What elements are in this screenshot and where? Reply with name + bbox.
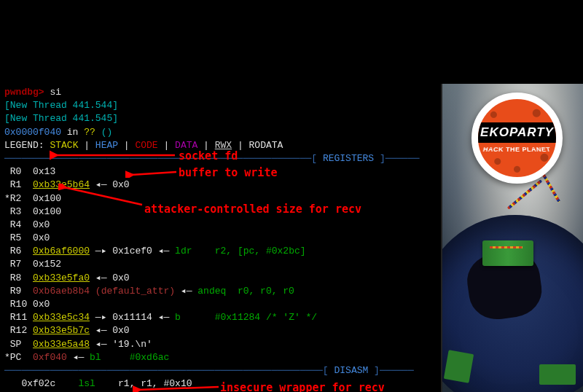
annotation-buffer: buffer to write: [179, 165, 277, 181]
annotation-socket-fd: socket fd: [179, 149, 238, 164]
logo-title: EKOPARTY: [474, 122, 560, 143]
arrow-icon: [50, 150, 177, 160]
command-input[interactable]: si: [50, 87, 61, 98]
arrow-icon: [58, 184, 144, 207]
svg-line-2: [64, 187, 142, 205]
pcb-board: [482, 240, 533, 266]
pcb-board: [539, 364, 576, 385]
pcb-board: [444, 350, 474, 383]
svg-line-1: [131, 172, 176, 175]
annotation-attacker-size: attacker-controlled size for recv: [144, 202, 361, 217]
arrow-icon: [125, 169, 178, 178]
prompt: pwndbg>: [4, 87, 44, 98]
svg-line-3: [138, 387, 219, 390]
hardware-photo: EKOPARTY HACK THE PLANET: [441, 84, 583, 392]
arrow-icon: [133, 383, 220, 392]
ekoparty-logo: EKOPARTY HACK THE PLANET: [472, 93, 563, 184]
annotation-insecure-wrapper: insecure wrapper for recv: [220, 380, 385, 392]
logo-subtitle: HACK THE PLANET: [482, 145, 552, 154]
